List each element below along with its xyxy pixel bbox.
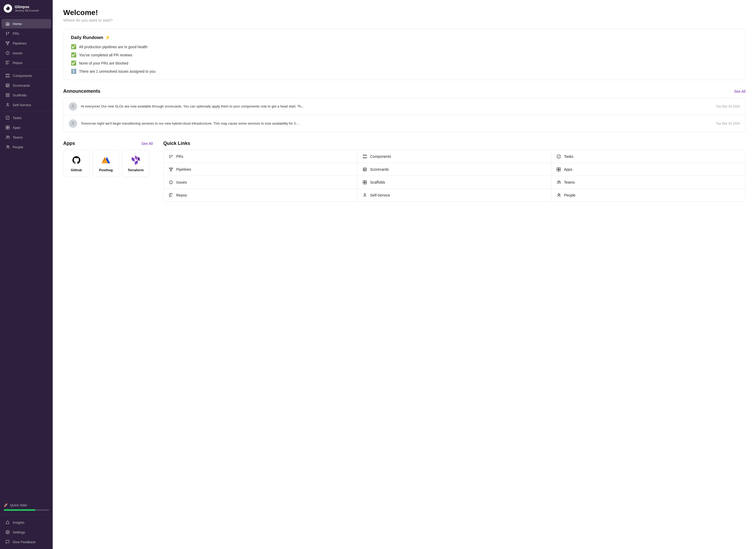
apps-see-all[interactable]: See All <box>141 141 153 146</box>
sidebar-item-label: Insights <box>13 521 24 525</box>
svg-rect-22 <box>6 128 7 129</box>
svg-rect-21 <box>8 126 9 127</box>
sidebar-item-components[interactable]: Components <box>2 71 51 80</box>
app-card-github[interactable]: Github <box>63 150 90 177</box>
sidebar-item-insights[interactable]: Insights <box>2 518 51 527</box>
self-service-icon <box>5 102 10 107</box>
quick-link-scorecards[interactable]: Scorecards <box>357 163 551 176</box>
announcement-text: Tomorrow night we'll begin transitioning… <box>81 121 712 126</box>
brand-info: Glimpse Jeremy McConnell <box>15 5 39 12</box>
self-service-icon <box>362 193 367 198</box>
quick-link-label: People <box>564 193 576 197</box>
app-card-posthog[interactable]: Posthog <box>93 150 119 177</box>
svg-rect-14 <box>6 94 7 95</box>
sidebar-item-label: People <box>13 145 23 149</box>
svg-point-18 <box>7 103 8 105</box>
issues-icon <box>168 180 174 185</box>
quick-link-people[interactable]: People <box>551 189 745 202</box>
quick-link-components[interactable]: Components <box>357 150 551 163</box>
apps-section: Apps See All Github <box>63 141 153 202</box>
quick-link-label: Issues <box>176 180 187 184</box>
svg-rect-60 <box>365 183 367 184</box>
quick-link-prs[interactable]: PRs <box>164 150 357 163</box>
page-title: Welcome! <box>63 8 745 17</box>
announcement-text: Hi everyone! Our new SLOs are now availa… <box>81 104 712 109</box>
sidebar-item-apps[interactable]: Apps <box>2 123 51 132</box>
github-icon <box>71 155 82 165</box>
tasks-icon <box>5 115 10 120</box>
quick-link-issues[interactable]: Issues <box>164 176 357 189</box>
quick-link-pipelines[interactable]: Pipelines <box>164 163 357 176</box>
quick-start-section: 🚀 Quick Start <box>0 501 53 515</box>
apps-icon <box>556 167 561 172</box>
sidebar-item-label: Home <box>13 22 22 26</box>
bottom-row: Apps See All Github <box>63 141 745 202</box>
quick-link-self-service[interactable]: Self-Service <box>357 189 551 202</box>
app-card-terraform[interactable]: Terraform <box>122 150 149 177</box>
announcement-date: Tue Dec 03 2024 <box>716 122 740 125</box>
svg-point-63 <box>364 194 365 195</box>
sidebar-item-repos[interactable]: Repos <box>2 58 51 67</box>
quick-link-scaffolds[interactable]: Scaffolds <box>357 176 551 189</box>
announcements-title: Announcements <box>63 89 100 94</box>
svg-rect-46 <box>363 168 366 171</box>
quick-link-label: Tasks <box>564 154 573 159</box>
quick-start-button[interactable]: 🚀 Quick Start <box>4 503 49 507</box>
quick-links-grid: PRs Components Tasks <box>163 150 745 202</box>
quick-links-header: Quick Links <box>163 141 745 146</box>
announcement-item: Hi everyone! Our new SLOs are now availa… <box>63 98 745 115</box>
sidebar-item-settings[interactable]: Settings <box>2 527 51 537</box>
svg-rect-7 <box>8 74 9 75</box>
sidebar-item-home[interactable]: Home <box>2 19 51 28</box>
rundown-item-text: None of your PRs are blocked <box>79 61 128 65</box>
sidebar-item-teams[interactable]: Teams <box>2 133 51 142</box>
sidebar-item-scorecards[interactable]: Scorecards <box>2 81 51 90</box>
svg-point-26 <box>7 145 8 147</box>
svg-point-27 <box>8 146 9 147</box>
svg-rect-23 <box>8 128 9 129</box>
svg-point-62 <box>559 181 560 182</box>
sidebar-item-issues[interactable]: Issues <box>2 48 51 58</box>
sidebar-item-label: Components <box>13 74 32 78</box>
quick-link-label: PRs <box>176 154 183 159</box>
svg-marker-34 <box>132 157 135 162</box>
issues-icon <box>5 51 10 55</box>
announcement-avatar <box>69 102 77 111</box>
sidebar-item-give-feedback[interactable]: Give Feedback <box>2 537 51 547</box>
rundown-items: ✅ All production pipelines are in good h… <box>71 44 738 74</box>
home-icon <box>5 21 10 26</box>
apps-icon <box>5 125 10 130</box>
sidebar-item-label: Scaffolds <box>13 93 27 97</box>
sidebar-item-people[interactable]: People <box>2 142 51 152</box>
sidebar-item-pipelines[interactable]: Pipelines <box>2 38 51 48</box>
announcements-see-all[interactable]: See All <box>734 89 745 94</box>
sidebar-item-label: Pipelines <box>13 41 27 45</box>
components-icon <box>5 73 10 78</box>
quick-link-apps[interactable]: Apps <box>551 163 745 176</box>
app-name: Posthog <box>99 168 113 172</box>
svg-rect-10 <box>6 84 9 87</box>
svg-rect-53 <box>559 170 561 171</box>
svg-marker-36 <box>135 160 138 165</box>
components-icon <box>362 154 367 159</box>
quick-link-tasks[interactable]: Tasks <box>551 150 745 163</box>
svg-rect-51 <box>559 168 561 169</box>
svg-rect-8 <box>6 76 7 77</box>
svg-rect-50 <box>557 168 558 169</box>
svg-point-5 <box>8 53 8 54</box>
app-name: Github <box>71 168 82 172</box>
sidebar-item-self-service[interactable]: Self-Service <box>2 100 51 110</box>
progress-bar <box>4 509 49 511</box>
nav-divider <box>0 69 53 69</box>
sidebar-item-tasks[interactable]: Tasks <box>2 113 51 122</box>
check-circle-icon: ✅ <box>71 60 76 66</box>
sidebar-item-scaffolds[interactable]: Scaffolds <box>2 90 51 100</box>
sidebar-item-label: Tasks <box>13 116 21 120</box>
quick-link-repos[interactable]: Repos <box>164 189 357 202</box>
tasks-icon <box>556 154 561 159</box>
daily-rundown-card: Daily Rundown ⚡ ✅ All production pipelin… <box>63 29 745 80</box>
sidebar-item-prs[interactable]: PRs <box>2 29 51 38</box>
announcement-date: Tue Dec 03 2024 <box>716 105 740 108</box>
main-nav: Home PRs Pipelines Issues <box>0 17 53 501</box>
quick-link-teams[interactable]: Teams <box>551 176 745 189</box>
